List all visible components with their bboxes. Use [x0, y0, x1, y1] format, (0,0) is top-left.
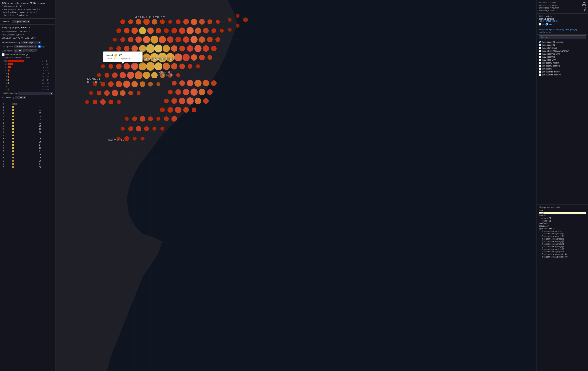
- svg-point-135: [117, 100, 121, 104]
- row-dot: [12, 134, 38, 137]
- only-show-at-tags-link[interactable]: [only show @ tags]: [560, 29, 577, 31]
- table-row[interactable]: 1 28: [2, 131, 53, 134]
- hist-count: 2x: [2, 88, 8, 90]
- list-item[interactable]: occupancy: [539, 225, 586, 227]
- list-item[interactable]: @ns:com:here:xyz.tags[6]: [539, 248, 586, 250]
- list-item[interactable]: centroid[1]: [539, 220, 586, 222]
- tag-checkbox[interactable]: [539, 50, 541, 52]
- list-item[interactable]: @ns:com:here:xyz.tags[5]: [539, 245, 586, 248]
- tag-checkbox[interactable]: [539, 71, 541, 73]
- svg-point-103: [196, 64, 200, 68]
- table-row[interactable]: 5 21: [2, 150, 53, 153]
- tag-checkbox[interactable]: [539, 74, 541, 76]
- list-item[interactable]: (532x) zoom12_centroid: [539, 41, 586, 43]
- list-item[interactable]: (532x) hmxgjhhb: [539, 46, 586, 50]
- top-values-select[interactable]: values count: [15, 96, 26, 99]
- list-item[interactable]: (532x) centroid: [539, 55, 586, 58]
- table-row[interactable]: 1 44: [2, 109, 53, 112]
- tag-checkbox[interactable]: [539, 67, 541, 70]
- svg-point-95: [131, 63, 138, 70]
- list-item[interactable]: @ns:com:here:xyz.tags[1]: [539, 235, 586, 238]
- svg-point-32: [199, 19, 205, 25]
- list-item[interactable]: @ns:com:here:xyz.tags[4]: [539, 243, 586, 245]
- tag-checkbox[interactable]: [539, 44, 541, 46]
- list-item[interactable]: @ns:com:here:xyz.tags[3]: [539, 240, 586, 243]
- row-dot: [12, 112, 38, 115]
- list-item[interactable]: maxCount: [539, 222, 586, 225]
- tag-checkbox[interactable]: [539, 53, 541, 55]
- and-radio[interactable]: [546, 23, 548, 26]
- popup-close-button[interactable]: ✕: [139, 53, 141, 55]
- limit-max-input[interactable]: [30, 49, 37, 52]
- popup-see-all-link[interactable]: Click to see all 6 properties: [106, 57, 140, 60]
- list-item[interactable]: (0x) zoom13_centroid: [539, 73, 586, 76]
- list-item[interactable]: @ns:com:here:xyz.tags[2]: [539, 238, 586, 240]
- table-row[interactable]: 7 16: [2, 166, 53, 169]
- table-row[interactable]: 3 20: [2, 153, 53, 156]
- analyze-close-button[interactable]: ✕: [28, 26, 30, 29]
- list-item[interactable]: @ns:com:here:xyz.updatedAt: [539, 255, 586, 258]
- table-row[interactable]: 5 18: [2, 159, 53, 162]
- hist-range: 25 → 29: [42, 76, 53, 78]
- table-row[interactable]: 3 25: [2, 141, 53, 143]
- table-row[interactable]: 1 37: [2, 112, 53, 115]
- table-row[interactable]: 6 17: [2, 163, 53, 166]
- table-row[interactable]: 1 34: [2, 118, 53, 121]
- list-item[interactable]: centroid[0]: [539, 217, 586, 220]
- sort-by-name-link[interactable]: [sort by name]: [539, 31, 551, 33]
- list-item[interactable]: (0x) zoom9_centroid: [539, 64, 586, 67]
- tag-checkbox[interactable]: [539, 41, 541, 43]
- unique-tags-seen-row: unique tags seen 43: [539, 9, 586, 11]
- visualize-select[interactable]: value range individual values: [21, 41, 41, 44]
- flip-checkbox[interactable]: [38, 45, 41, 48]
- table-row[interactable]: 1 47: [2, 106, 53, 108]
- table-row[interactable]: 3 26: [2, 138, 53, 140]
- list-item[interactable]: @ns:com:here:xyz.tags[0]: [539, 233, 586, 235]
- list-item[interactable]: (0x) zoom13_hexbin: [539, 70, 586, 73]
- table-row[interactable]: 5 24: [2, 144, 53, 147]
- list-item[interactable]: @ns:com:here:xyz.space: [539, 250, 586, 253]
- list-item[interactable]: @ns:com:here:xyz.tags: [539, 230, 586, 233]
- tag-checkbox[interactable]: [539, 64, 541, 67]
- list-item[interactable]: (532x) centroid_200: [539, 53, 586, 55]
- table-row[interactable]: 1 32: [2, 122, 53, 124]
- tag-checkbox[interactable]: [539, 59, 541, 61]
- table-row[interactable]: 3 35: [2, 115, 53, 118]
- feature-popup[interactable]: ✕ count 47 Click to see all 6 properties: [103, 52, 143, 62]
- hide-values-checkbox[interactable]: [2, 53, 5, 56]
- svg-point-169: [144, 126, 149, 131]
- list-item[interactable]: color: [539, 209, 586, 212]
- list-item[interactable]: @ns:com:here:xyz: [539, 227, 586, 230]
- table-row[interactable]: 6 22: [2, 147, 53, 150]
- tag-checkbox[interactable]: [539, 56, 541, 58]
- list-item[interactable]: (0x) zoom9: [539, 67, 586, 70]
- limit-min-input[interactable]: [22, 49, 30, 52]
- features-label: features in viewport: [539, 1, 556, 4]
- label-features-select[interactable]: [18, 92, 53, 95]
- svg-point-22: [120, 19, 125, 24]
- table-row[interactable]: 1 27: [2, 134, 53, 137]
- table-row[interactable]: 6 19: [2, 156, 53, 159]
- list-item[interactable]: centroid: [539, 214, 586, 217]
- tag-filter-field[interactable]: [539, 35, 586, 39]
- tag-checkbox[interactable]: [539, 62, 541, 64]
- svg-point-131: [85, 100, 89, 104]
- svg-point-55: [159, 36, 166, 43]
- table-row[interactable]: 1 29: [2, 128, 53, 131]
- or-radio[interactable]: [539, 23, 541, 26]
- list-item[interactable]: (0x) zoom9_hexbin: [539, 61, 586, 64]
- map-area[interactable]: MARINA DISTRICT San Francisco SUNSETDIST…: [0, 0, 588, 371]
- clear-tag-filters-button[interactable]: CLEAR TAG FILTERS: [539, 20, 586, 22]
- limit-type-select[interactable]: all top: [14, 49, 22, 53]
- list-item[interactable]: (532x) cell_200: [539, 58, 586, 61]
- basemap-select[interactable]: xyz-pixel-dark xyz-pixel-light none: [12, 20, 30, 23]
- list-item[interactable]: count: [539, 212, 586, 214]
- list-item[interactable]: (532x) hex598299uw1a7oflz9r: [539, 50, 586, 53]
- table-row[interactable]: 2 30: [2, 125, 53, 127]
- only-show-tags-in-view-link[interactable]: [only show tags in view]: [539, 29, 559, 31]
- color-palette-select[interactable]: colorBrewerYlOrRd colorBrewerRdYlGn: [14, 45, 37, 48]
- list-item[interactable]: (532x) zoom12: [539, 43, 586, 46]
- svg-point-180: [236, 24, 240, 28]
- list-item[interactable]: @ns:com:here:xyz.createdAt: [539, 253, 586, 255]
- tag-checkbox[interactable]: [539, 47, 541, 49]
